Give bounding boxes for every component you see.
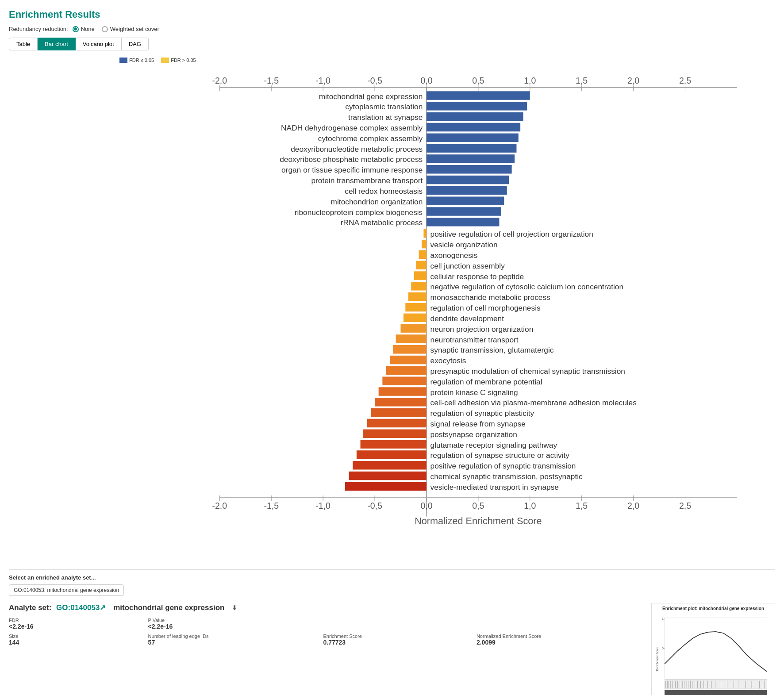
svg-text:postsynapse organization: postsynapse organization (430, 430, 517, 439)
svg-text:0,0: 0,0 (420, 501, 432, 511)
svg-text:-1,5: -1,5 (264, 76, 279, 85)
leading-edge-value: 57 (148, 639, 310, 646)
pvalue-value: <2.2e-16 (148, 623, 310, 630)
bar-neg-23[interactable] (349, 472, 427, 480)
bar-neg-24[interactable] (345, 482, 427, 491)
bar-pos-9[interactable] (427, 186, 507, 195)
svg-rect-106 (712, 681, 712, 688)
bar-neg-11[interactable] (393, 345, 427, 353)
bar-pos-0[interactable] (427, 91, 530, 100)
svg-rect-85 (665, 681, 666, 688)
bar-pos-5[interactable] (427, 144, 517, 152)
svg-rect-114 (759, 681, 760, 688)
bar-neg-8[interactable] (404, 314, 427, 322)
svg-text:protein kinase C signaling: protein kinase C signaling (430, 388, 518, 397)
bar-neg-19[interactable] (363, 430, 427, 438)
svg-rect-113 (752, 681, 752, 688)
bar-neg-22[interactable] (353, 461, 427, 469)
bar-pos-12[interactable] (427, 218, 500, 226)
x-axis-label: Normalized Enrichment Score (415, 515, 542, 526)
bar-pos-2[interactable] (427, 112, 523, 121)
redundancy-label: Redundancy reduction: (9, 26, 68, 32)
tab-table[interactable]: Table (9, 38, 38, 50)
bar-neg-10[interactable] (396, 334, 427, 343)
bar-neg-13[interactable] (386, 366, 427, 375)
svg-text:regulation of synaptic plastic: regulation of synaptic plasticity (430, 409, 534, 418)
svg-text:protein transmembrane transpor: protein transmembrane transport (311, 176, 423, 185)
svg-text:exocytosis: exocytosis (430, 356, 466, 365)
size-value: 144 (9, 639, 135, 646)
bar-pos-3[interactable] (427, 123, 520, 131)
bar-pos-8[interactable] (427, 176, 509, 184)
stat-empty-2 (477, 618, 642, 630)
svg-rect-89 (672, 681, 673, 688)
stat-size: Size 144 (9, 634, 135, 646)
bar-neg-5[interactable] (411, 282, 427, 290)
svg-text:-0,5: -0,5 (367, 76, 382, 85)
nes-label: Normalized Enrichment Score (477, 634, 642, 639)
bar-neg-14[interactable] (382, 376, 427, 385)
stat-pvalue: P Value <2.2e-16 (148, 618, 310, 630)
bar-neg-18[interactable] (367, 419, 427, 427)
svg-text:organ or tissue specific immun: organ or tissue specific immune response (281, 165, 423, 174)
analyte-id-link[interactable]: GO:0140053↗ (56, 603, 106, 612)
svg-text:ribonucleoprotein complex biog: ribonucleoprotein complex biogenesis (295, 208, 423, 217)
bar-neg-17[interactable] (371, 408, 427, 417)
tab-barchart[interactable]: Bar chart (38, 38, 76, 50)
radio-weighted[interactable]: Weighted set cover (102, 26, 159, 32)
analyte-name: mitochondrial gene expression (113, 603, 224, 612)
svg-text:1: 1 (662, 617, 664, 620)
bar-pos-10[interactable] (427, 196, 504, 205)
download-icon[interactable]: ⬇ (232, 604, 237, 611)
bar-neg-21[interactable] (357, 450, 427, 459)
svg-rect-99 (690, 681, 691, 688)
svg-text:deoxyribonucleotide metabolic : deoxyribonucleotide metabolic process (291, 145, 423, 154)
radio-none-label: None (81, 26, 95, 32)
bar-neg-6[interactable] (408, 292, 427, 301)
svg-rect-95 (683, 681, 683, 688)
bar-neg-16[interactable] (375, 398, 427, 406)
bar-pos-4[interactable] (427, 134, 519, 142)
bar-neg-20[interactable] (361, 440, 427, 448)
tab-dag[interactable]: DAG (122, 38, 149, 50)
svg-text:negative regulation of cytosol: negative regulation of cytosolic calcium… (430, 282, 624, 291)
fdr-label: FDR (9, 618, 135, 623)
radio-none[interactable]: None (73, 26, 95, 32)
bar-neg-1[interactable] (422, 240, 427, 248)
redundancy-row: Redundancy reduction: None Weighted set … (9, 26, 775, 32)
svg-text:presynaptic modulation of chem: presynaptic modulation of chemical synap… (430, 367, 625, 376)
bar-pos-7[interactable] (427, 165, 512, 173)
svg-rect-108 (721, 681, 721, 688)
bar-neg-3[interactable] (416, 261, 427, 269)
bar-pos-11[interactable] (427, 207, 501, 215)
svg-rect-93 (679, 681, 680, 688)
tab-bar: Table Bar chart Volcano plot DAG (9, 38, 775, 50)
svg-text:regulation of synapse structur: regulation of synapse structure or activ… (430, 451, 570, 460)
bar-neg-4[interactable] (414, 271, 427, 280)
legend-box-nonsig (161, 58, 169, 63)
tab-volcano[interactable]: Volcano plot (76, 38, 122, 50)
legend-fdr-nonsig: FDR > 0.05 (161, 58, 196, 63)
bar-neg-0[interactable] (423, 229, 426, 238)
svg-text:chemical synaptic transmission: chemical synaptic transmission, postsyna… (430, 472, 583, 481)
bar-neg-2[interactable] (419, 250, 427, 259)
svg-text:0,0: 0,0 (420, 76, 432, 85)
bar-pos-6[interactable] (427, 154, 515, 163)
bar-neg-9[interactable] (400, 324, 426, 332)
fdr-value: <2.2e-16 (9, 623, 135, 630)
bar-pos-1[interactable] (427, 102, 527, 110)
svg-text:positive regulation of cell pr: positive regulation of cell projection o… (430, 230, 593, 238)
svg-text:monosaccharide metabolic proce: monosaccharide metabolic process (430, 293, 550, 302)
enrichment-detail: Select an enriched analyte set... GO:014… (9, 574, 775, 695)
svg-text:regulation of membrane potenti: regulation of membrane potential (430, 377, 542, 386)
svg-text:cellular response to peptide: cellular response to peptide (430, 272, 524, 281)
bar-neg-12[interactable] (390, 356, 427, 364)
svg-text:1,5: 1,5 (576, 501, 588, 511)
stat-empty-1 (323, 618, 463, 630)
svg-rect-112 (746, 681, 746, 688)
bar-neg-7[interactable] (405, 303, 427, 311)
svg-rect-109 (727, 681, 727, 688)
analyte-select-dropdown[interactable]: GO:0140053: mitochondrial gene expressio… (9, 584, 124, 596)
svg-text:cytochrome complex assembly: cytochrome complex assembly (318, 134, 423, 143)
bar-neg-15[interactable] (379, 387, 427, 395)
